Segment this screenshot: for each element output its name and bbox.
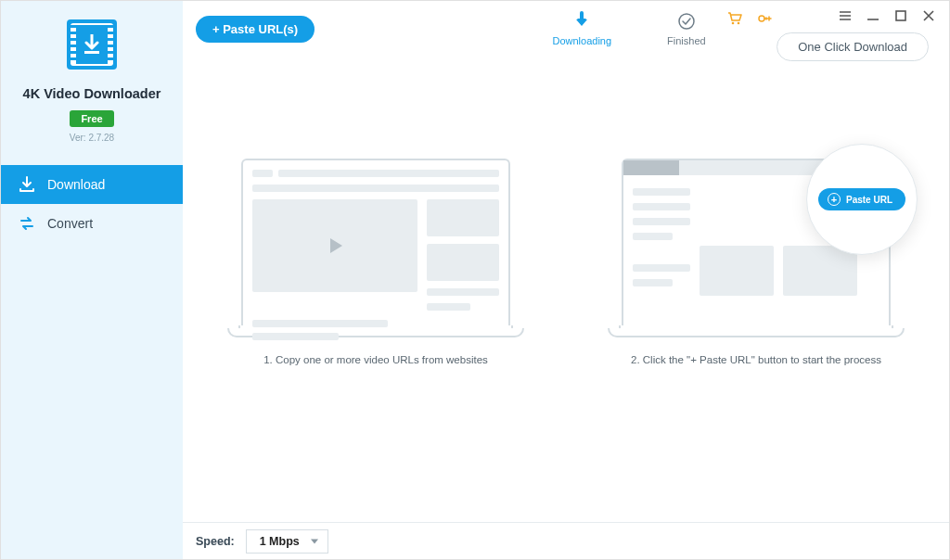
convert-icon: [18, 214, 36, 233]
illustration-laptop-2: + Paste URL: [608, 159, 905, 337]
film-strip-icon: [71, 23, 113, 66]
free-badge: Free: [70, 110, 113, 127]
app-title: 4K Video Downloader: [23, 86, 161, 101]
download-icon: [18, 175, 36, 194]
magnifier-callout: + Paste URL: [806, 144, 918, 255]
topbar: + Paste URL(s) Downloading Finished: [183, 1, 949, 57]
tab-label: Downloading: [552, 35, 611, 46]
illustration-laptop-1: [227, 159, 524, 337]
cart-icon[interactable]: [726, 10, 743, 27]
maximize-icon[interactable]: [893, 8, 908, 23]
downloading-icon: [571, 11, 592, 32]
sidebar-item-label: Convert: [47, 216, 93, 231]
tab-finished[interactable]: Finished: [667, 11, 706, 46]
sidebar-item-convert[interactable]: Convert: [1, 204, 183, 243]
step-1: 1. Copy one or more video URLs from webs…: [213, 159, 538, 365]
one-click-download-button[interactable]: One Click Download: [777, 32, 929, 61]
window-controls: [838, 8, 936, 23]
key-icon[interactable]: [756, 10, 773, 27]
plus-icon: +: [828, 193, 841, 206]
speed-value: 1 Mbps: [260, 535, 300, 548]
close-icon[interactable]: [921, 8, 936, 23]
speed-label: Speed:: [196, 535, 235, 548]
app-window: 4K Video Downloader Free Ver: 2.7.28 Dow…: [0, 0, 950, 560]
sidebar-nav: Download Convert: [1, 165, 183, 243]
step-1-text: 1. Copy one or more video URLs from webs…: [263, 354, 488, 365]
step-2: + Paste URL 2. Click the "+ Paste URL" b…: [594, 159, 918, 365]
svg-point-3: [738, 22, 740, 25]
sidebar-item-label: Download: [47, 177, 105, 192]
minimize-icon[interactable]: [866, 8, 880, 23]
step-2-text: 2. Click the "+ Paste URL" button to sta…: [631, 354, 881, 365]
play-icon: [252, 199, 417, 292]
content-area: 1. Copy one or more video URLs from webs…: [183, 57, 949, 522]
download-arrow-icon: [83, 34, 101, 55]
paste-url-mini-button: + Paste URL: [818, 188, 905, 210]
svg-rect-0: [84, 51, 99, 54]
svg-point-2: [732, 22, 735, 25]
tab-label: Finished: [667, 35, 706, 46]
paste-url-button[interactable]: + Paste URL(s): [196, 16, 315, 43]
speed-select[interactable]: 1 Mbps: [246, 529, 328, 554]
sidebar-item-download[interactable]: Download: [1, 165, 183, 204]
svg-point-4: [759, 16, 764, 21]
app-logo-icon: [67, 19, 117, 70]
brand-block: 4K Video Downloader Free Ver: 2.7.28: [1, 1, 183, 152]
finished-icon: [676, 11, 697, 32]
paste-mini-label: Paste URL: [846, 195, 892, 205]
sidebar: 4K Video Downloader Free Ver: 2.7.28 Dow…: [1, 1, 183, 559]
svg-point-1: [679, 14, 694, 29]
menu-icon[interactable]: [838, 8, 853, 23]
bottom-bar: Speed: 1 Mbps: [183, 522, 949, 559]
main-area: + Paste URL(s) Downloading Finished: [183, 1, 949, 559]
version-label: Ver: 2.7.28: [70, 133, 114, 143]
top-utility-icons: [726, 10, 773, 27]
tab-downloading[interactable]: Downloading: [552, 11, 611, 46]
svg-rect-5: [896, 11, 905, 20]
